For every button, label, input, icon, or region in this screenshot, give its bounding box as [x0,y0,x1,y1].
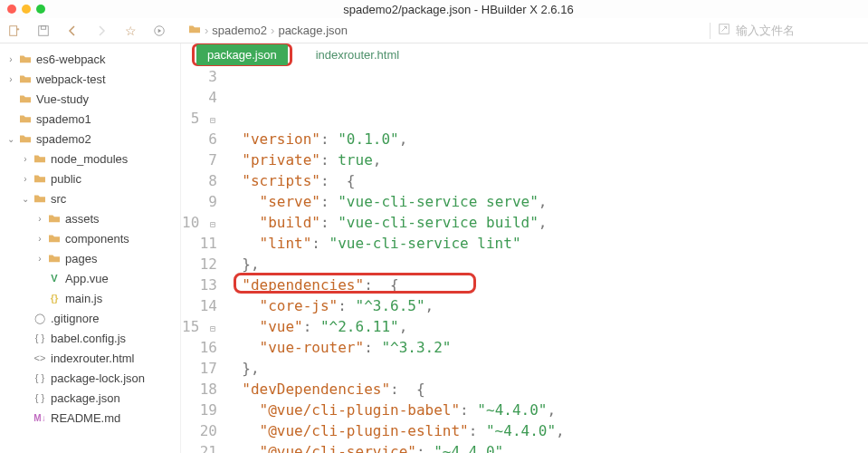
code-line[interactable]: "vue": "^2.6.11", [224,316,868,337]
breadcrumb-file[interactable]: package.json [278,24,348,37]
git-icon: ◯ [33,313,47,324]
tree-item-label: indexrouter.html [51,352,135,365]
tab-indexrouter-html[interactable]: indexrouter.html [305,44,411,65]
tree-item-spademo2[interactable]: ⌄spademo2 [0,129,180,149]
tree-item--gitignore[interactable]: ◯.gitignore [0,308,180,328]
folder-icon [33,153,47,164]
tabs: package.json indexrouter.html [181,43,868,66]
tree-item-public[interactable]: ›public [0,169,180,188]
line-number: 21 [181,441,217,453]
save-icon[interactable] [34,22,52,40]
gutter: 345 ⊟678910 ⊟1112131415 ⊟161718192021 [181,66,224,453]
tree-item-pages[interactable]: ›pages [0,248,180,268]
svg-rect-2 [41,25,45,29]
search-input[interactable] [736,24,844,37]
minimize-window-button[interactable] [22,5,31,14]
breadcrumb-root[interactable]: spademo2 [212,24,267,37]
separator [710,23,711,39]
code-line[interactable]: "devDependencies": { [224,379,868,400]
goto-icon[interactable] [718,23,730,38]
main: ›es6-webpack›webpack-testVue-studyspadem… [0,43,868,453]
close-window-button[interactable] [7,5,16,14]
code-line[interactable]: "vue-router": "^3.3.2" [224,337,868,358]
tree-item-app-vue[interactable]: VApp.vue [0,268,180,288]
tree-item-package-lock-json[interactable]: { }package-lock.json [0,368,180,388]
tree-item-label: main.js [65,292,102,305]
line-number: 15 ⊟ [181,316,217,337]
tree-item-spademo1[interactable]: spademo1 [0,109,180,129]
code-line[interactable]: "@vue/cli-plugin-eslint": "~4.4.0", [224,420,868,441]
tree-item-vue-study[interactable]: Vue-study [0,89,180,109]
brackets-icon: { } [33,333,47,343]
tree-arrow-icon[interactable]: › [5,74,16,84]
line-number: 4 [181,87,217,108]
html-icon: <> [33,352,47,363]
tree-arrow-icon[interactable]: › [20,154,31,164]
nav-back-icon[interactable] [63,22,81,40]
tree-item-indexrouter-html[interactable]: <>indexrouter.html [0,348,180,368]
tree-item-label: components [65,232,129,246]
star-icon[interactable]: ☆ [121,22,139,40]
tree-arrow-icon[interactable]: › [34,254,45,264]
tree-item-main-js[interactable]: {}main.js [0,288,180,308]
tree-item-label: assets [65,212,100,226]
line-number: 11 [181,233,217,254]
code-line[interactable]: "private": true, [224,149,868,170]
md-icon: M↓ [33,413,47,423]
tree-arrow-icon[interactable]: ⌄ [20,194,31,204]
code-line[interactable]: }, [224,358,868,379]
tree-arrow-icon[interactable]: › [20,174,31,184]
line-number: 9 [181,191,217,212]
tab-package-json[interactable]: package.json [196,44,288,65]
tree-item-assets[interactable]: ›assets [0,208,180,228]
svg-rect-1 [39,25,49,35]
code-line[interactable]: "core-js": "^3.6.5", [224,295,868,316]
line-number: 5 ⊟ [181,108,217,129]
tree-item-babel-config-js[interactable]: { }babel.config.js [0,328,180,348]
line-number: 10 ⊟ [181,212,217,233]
tree-item-readme-md[interactable]: M↓README.md [0,408,180,428]
tree-item-label: App.vue [65,272,109,285]
code-line[interactable]: "dependencies": { [224,275,868,295]
tree-item-node-modules[interactable]: ›node_modules [0,149,180,169]
code-line[interactable]: "@vue/cli-service": "~4.4.0", [224,441,868,453]
tree-item-es6-webpack[interactable]: ›es6-webpack [0,49,180,69]
code-line[interactable]: }, [224,254,868,275]
line-number: 14 [181,295,217,316]
tree-arrow-icon[interactable]: › [34,214,45,224]
brackets-icon: { } [33,372,47,383]
code-line[interactable]: "build": "vue-cli-service build", [224,212,868,233]
tree-item-label: Vue-study [36,92,89,106]
tree-arrow-icon[interactable]: ⌄ [5,134,16,144]
breadcrumb-sep: › [205,24,208,37]
code-line[interactable]: "lint": "vue-cli-service lint" [224,233,868,254]
toolbar: ☆ › spademo2 › package.json [0,18,868,43]
code-area[interactable]: 345 ⊟678910 ⊟1112131415 ⊟161718192021 "v… [181,66,868,453]
line-number: 19 [181,400,217,420]
code-line[interactable]: "serve": "vue-cli-service serve", [224,191,868,212]
tree-arrow-icon[interactable]: › [34,234,45,244]
line-number: 16 [181,337,217,358]
titlebar: spademo2/package.json - HBuilder X 2.6.1… [0,0,868,18]
tree-item-components[interactable]: ›components [0,228,180,248]
code-line[interactable]: "scripts": { [224,170,868,191]
nav-forward-icon[interactable] [92,22,110,40]
tree-item-package-json[interactable]: { }package.json [0,388,180,408]
line-number: 12 [181,254,217,275]
new-file-icon[interactable] [5,22,24,40]
tree-item-webpack-test[interactable]: ›webpack-test [0,69,180,89]
tree-item-label: src [51,192,66,206]
folder-icon [18,73,33,84]
code[interactable]: "version": "0.1.0", "private": true, "sc… [224,66,868,453]
run-icon[interactable] [150,22,168,40]
folder-open-icon [33,193,47,204]
svg-rect-0 [10,25,17,35]
tree-item-src[interactable]: ⌄src [0,188,180,208]
code-line[interactable]: "@vue/cli-plugin-babel": "~4.4.0", [224,400,868,420]
code-line[interactable]: "version": "0.1.0", [224,129,868,149]
vue-icon: V [47,273,62,284]
tree-arrow-icon[interactable]: › [5,54,16,64]
folder-icon [18,113,33,124]
line-number: 8 [181,170,217,191]
maximize-window-button[interactable] [36,5,45,14]
